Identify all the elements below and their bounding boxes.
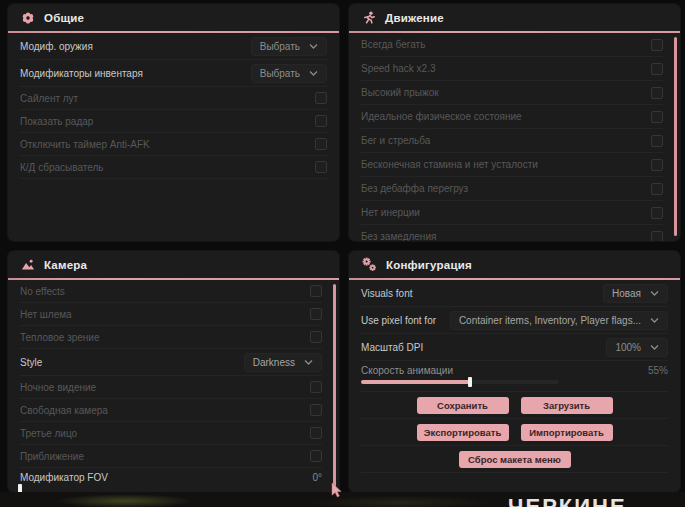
setting-row[interactable]: Speed hack x2.3	[361, 57, 663, 81]
chevron-down-icon	[309, 44, 318, 49]
setting-row[interactable]: Бег и стрельба	[361, 129, 663, 153]
setting-row[interactable]: Третье лицо	[20, 422, 322, 445]
checkbox[interactable]	[651, 159, 663, 171]
setting-row[interactable]: Идеальное физическое состояние	[361, 105, 663, 129]
setting-label: Бег и стрельба	[361, 135, 430, 146]
setting-row[interactable]: Ночное видение	[20, 376, 322, 399]
setting-label: Нет шлема	[20, 309, 72, 320]
setting-row[interactable]: Нет шлема	[20, 303, 322, 326]
setting-row[interactable]: No effects	[20, 280, 322, 303]
checkbox[interactable]	[310, 404, 322, 416]
setting-label: Visuals font	[361, 288, 413, 299]
panel-camera-header: Камера	[8, 251, 339, 278]
checkbox[interactable]	[651, 87, 663, 99]
setting-label: Приближение	[20, 451, 84, 462]
weapon-mod-dropdown[interactable]: Выбрать	[251, 37, 327, 56]
scrollbar[interactable]	[333, 284, 336, 487]
visuals-font-dropdown[interactable]: Новая	[603, 284, 668, 303]
checkbox[interactable]	[315, 161, 327, 173]
setting-label: Высокий прыжок	[361, 87, 439, 98]
setting-row[interactable]: Тепловое зрение	[20, 326, 322, 349]
runner-icon	[362, 11, 376, 25]
load-button[interactable]: Загрузить	[521, 397, 613, 414]
save-button[interactable]: Сохранить	[417, 397, 509, 414]
checkbox[interactable]	[315, 138, 327, 150]
setting-label: Ночное видение	[20, 382, 96, 393]
chevron-down-icon	[650, 291, 659, 296]
setting-row[interactable]: Приближение	[20, 445, 322, 468]
setting-row[interactable]: Всегда бегать	[361, 33, 663, 57]
setting-label: Третье лицо	[20, 428, 77, 439]
panel-config-header: Конфигурация	[349, 251, 680, 278]
dpi-scale-dropdown[interactable]: 100%	[606, 338, 668, 357]
checkbox[interactable]	[315, 92, 327, 104]
setting-row: Масштаб DPI 100%	[361, 334, 668, 361]
image-icon	[21, 258, 35, 272]
panel-title: Конфигурация	[386, 259, 472, 271]
animation-speed-slider[interactable]	[361, 380, 559, 384]
checkbox[interactable]	[651, 39, 663, 51]
setting-row[interactable]: Показать радар	[20, 110, 327, 133]
setting-label: Speed hack x2.3	[361, 63, 436, 74]
checkbox[interactable]	[651, 207, 663, 219]
panel-title: Движение	[385, 12, 444, 24]
slider-handle[interactable]	[468, 377, 472, 387]
export-button[interactable]: Экспортировать	[417, 424, 509, 441]
setting-row: Use pixel font for Container items, Inve…	[361, 307, 668, 334]
checkbox[interactable]	[651, 183, 663, 195]
setting-row: Модиф. оружия Выбрать	[20, 33, 327, 60]
chevron-down-icon	[650, 345, 659, 350]
import-button[interactable]: Импортировать	[521, 424, 613, 441]
fov-slider[interactable]	[20, 487, 322, 491]
checkbox[interactable]	[651, 231, 663, 242]
checkbox[interactable]	[310, 331, 322, 343]
checkbox[interactable]	[310, 308, 322, 320]
setting-label: Скорость анимации	[361, 365, 453, 376]
setting-label: Без замедления	[361, 231, 436, 241]
chevron-down-icon	[309, 71, 318, 76]
checkbox[interactable]	[310, 285, 322, 297]
checkbox[interactable]	[310, 450, 322, 462]
slider-handle[interactable]	[18, 484, 22, 492]
panel-config: Конфигурация Visuals font Новая Use pixe…	[349, 251, 680, 492]
checkbox[interactable]	[310, 381, 322, 393]
setting-row[interactable]: Свободная камера	[20, 399, 322, 422]
watermark-text: ЧЕРКИНЕ	[508, 494, 627, 507]
setting-row[interactable]: К/Д сбрасыватель	[20, 156, 327, 179]
inventory-mods-dropdown[interactable]: Выбрать	[251, 64, 327, 83]
setting-row[interactable]: Нет инерции	[361, 201, 663, 225]
chevron-down-icon	[650, 318, 659, 323]
setting-label: Style	[20, 357, 42, 368]
button-row: Сохранить Загрузить	[361, 392, 668, 419]
setting-row[interactable]: Сайлент лут	[20, 87, 327, 110]
gears-icon	[362, 257, 377, 272]
mod-menu-screen: Общие Модиф. оружия Выбрать Модификаторы…	[0, 0, 685, 507]
panel-title: Общие	[44, 12, 84, 24]
checkbox[interactable]	[651, 63, 663, 75]
checkbox[interactable]	[651, 135, 663, 147]
setting-label: Модификаторы инвентаря	[20, 68, 143, 79]
setting-label: Нет инерции	[361, 207, 420, 218]
animation-speed-value: 55%	[648, 365, 668, 376]
setting-label: К/Д сбрасыватель	[20, 162, 103, 173]
checkbox[interactable]	[310, 427, 322, 439]
setting-label: Use pixel font for	[361, 315, 436, 326]
setting-row[interactable]: Без замедления	[361, 225, 663, 241]
scrollbar[interactable]	[674, 37, 677, 236]
checkbox[interactable]	[651, 111, 663, 123]
setting-row[interactable]: Без дебаффа перегруз	[361, 177, 663, 201]
setting-row[interactable]: Бесконечная стамина и нет усталости	[361, 153, 663, 177]
setting-label: Тепловое зрение	[20, 332, 100, 343]
checkbox[interactable]	[315, 115, 327, 127]
flower-icon	[21, 11, 35, 25]
panel-movement-header: Движение	[349, 4, 680, 31]
pixel-font-dropdown[interactable]: Container items, Inventory, Player flags…	[450, 311, 668, 330]
reset-layout-button[interactable]: Сброс макета меню	[459, 451, 571, 468]
setting-row: Модификаторы инвентаря Выбрать	[20, 60, 327, 87]
setting-label: Свободная камера	[20, 405, 108, 416]
panel-camera: Камера No effects Нет шлема Тепловое зре…	[8, 251, 339, 492]
setting-row[interactable]: Отключить таймер Anti-AFK	[20, 133, 327, 156]
setting-row: Visuals font Новая	[361, 280, 668, 307]
setting-row[interactable]: Высокий прыжок	[361, 81, 663, 105]
style-dropdown[interactable]: Darkness	[244, 353, 322, 372]
